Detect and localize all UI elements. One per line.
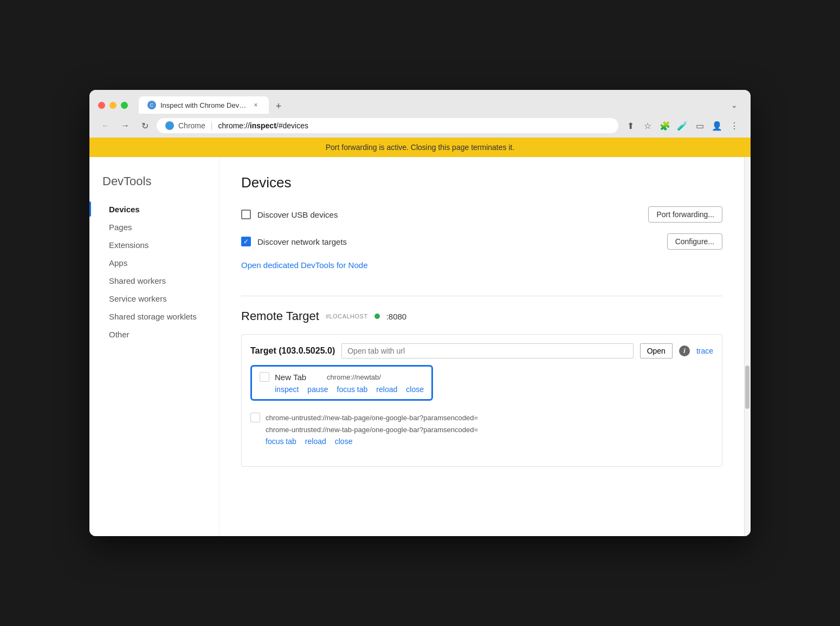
sidebar-item-other[interactable]: Other <box>102 327 206 342</box>
usb-option-label: Discover USB devices <box>257 210 642 219</box>
tab-title: Inspect with Chrome Develop… <box>160 101 247 109</box>
devtools-node-link[interactable]: Open dedicated DevTools for Node <box>241 260 367 270</box>
new-tab-reload-link[interactable]: reload <box>376 385 397 394</box>
forward-button[interactable]: → <box>118 118 133 133</box>
network-option-row: Discover network targets Configure... <box>241 233 722 250</box>
remote-target-header: Remote Target #LOCALHOST :8080 <box>241 309 722 323</box>
untrusted-tab-row1: chrome-untrusted://new-tab-page/one-goog… <box>250 413 713 422</box>
new-tab-pause-link[interactable]: pause <box>307 385 328 394</box>
minimize-traffic-light[interactable] <box>109 102 117 109</box>
untrusted-close-link[interactable]: close <box>335 437 353 446</box>
new-tab-row1: New Tab chrome://newtab/ <box>260 372 424 382</box>
new-tab-item: New Tab chrome://newtab/ inspect pause f… <box>250 365 433 401</box>
new-tab-close-link[interactable]: close <box>406 385 424 394</box>
new-tab-url: chrome://newtab/ <box>327 373 381 381</box>
extensions-icon[interactable]: 🧩 <box>657 118 673 133</box>
content-area: Devices Discover USB devices Port forwar… <box>219 157 744 536</box>
tab-chevron-icon[interactable]: ⌄ <box>727 99 742 112</box>
active-indicator <box>89 201 91 217</box>
target-name: Target (103.0.5025.0) <box>250 346 335 356</box>
sidebar-item-shared-workers[interactable]: Shared workers <box>102 273 206 289</box>
port-label: :8080 <box>386 312 407 321</box>
main-content: DevTools Devices Pages Extensions Apps S… <box>89 157 751 536</box>
open-tab-button[interactable]: Open <box>640 343 673 358</box>
localhost-label: #LOCALHOST <box>326 313 368 319</box>
sidebar: DevTools Devices Pages Extensions Apps S… <box>89 157 219 536</box>
scrollbar-thumb[interactable] <box>745 366 749 409</box>
section-divider <box>241 296 722 296</box>
status-dot-icon <box>374 314 380 319</box>
tabs-area: C Inspect with Chrome Develop… × + <box>139 96 720 114</box>
new-tab-actions: inspect pause focus tab reload close <box>275 385 424 394</box>
target-group-header: Target (103.0.5025.0) Open i trace <box>250 343 713 358</box>
sidebar-item-pages[interactable]: Pages <box>102 219 206 235</box>
untrusted-reload-link[interactable]: reload <box>305 437 326 446</box>
menu-icon[interactable]: ⋮ <box>727 118 742 133</box>
url-pipe: | <box>211 121 213 130</box>
cast-icon[interactable]: ▭ <box>692 118 707 133</box>
notification-bar: Port forwarding is active. Closing this … <box>89 138 751 157</box>
new-tab-name: New Tab <box>275 373 306 382</box>
share-icon[interactable]: ⬆ <box>623 118 638 133</box>
sidebar-item-devices[interactable]: Devices <box>102 201 206 217</box>
url-chrome-label: Chrome <box>178 121 205 130</box>
trace-link[interactable]: trace <box>696 347 713 355</box>
close-traffic-light[interactable] <box>98 102 105 109</box>
traffic-lights <box>98 102 128 109</box>
lab-icon[interactable]: 🧪 <box>675 118 690 133</box>
sidebar-item-shared-storage-worklets[interactable]: Shared storage worklets <box>102 309 206 324</box>
untrusted-tab-favicon-icon <box>250 413 260 422</box>
reload-button[interactable]: ↻ <box>137 118 152 133</box>
network-option-label: Discover network targets <box>257 237 661 246</box>
scrollbar-track <box>744 157 751 536</box>
remote-target-title: Remote Target <box>241 309 319 323</box>
url-bar[interactable]: 🌐 Chrome | chrome://inspect/#devices <box>157 118 618 133</box>
usb-option-row: Discover USB devices Port forwarding... <box>241 206 722 223</box>
new-tab-button[interactable]: + <box>271 99 286 114</box>
usb-checkbox[interactable] <box>241 210 251 219</box>
untrusted-tab-url2: chrome-untrusted://new-tab-page/one-goog… <box>266 426 713 434</box>
info-icon[interactable]: i <box>679 345 690 356</box>
untrusted-tab-item: chrome-untrusted://new-tab-page/one-goog… <box>250 407 713 451</box>
sidebar-item-extensions[interactable]: Extensions <box>102 237 206 253</box>
url-favicon-icon: 🌐 <box>165 121 174 130</box>
bookmark-icon[interactable]: ☆ <box>640 118 655 133</box>
browser-window: C Inspect with Chrome Develop… × + ⌄ ← →… <box>89 90 751 536</box>
tab-favicon-icon: C <box>147 101 156 109</box>
untrusted-tab-url1: chrome-untrusted://new-tab-page/one-goog… <box>266 414 478 422</box>
tab-close-button[interactable]: × <box>251 101 260 109</box>
new-tab-focus-link[interactable]: focus tab <box>337 385 368 394</box>
configure-button[interactable]: Configure... <box>667 233 722 250</box>
active-tab[interactable]: C Inspect with Chrome Develop… × <box>139 96 269 114</box>
port-forwarding-button[interactable]: Port forwarding... <box>648 206 722 223</box>
new-tab-favicon-icon <box>260 372 269 382</box>
toolbar-right: ⬆ ☆ 🧩 🧪 ▭ 👤 ⋮ <box>623 118 742 133</box>
back-button[interactable]: ← <box>98 118 113 133</box>
maximize-traffic-light[interactable] <box>121 102 128 109</box>
title-bar: C Inspect with Chrome Develop… × + ⌄ <box>89 90 751 114</box>
sidebar-item-apps[interactable]: Apps <box>102 255 206 271</box>
sidebar-item-service-workers[interactable]: Service workers <box>102 291 206 307</box>
sidebar-nav: Devices Pages Extensions Apps Shared wor… <box>102 201 206 342</box>
open-tab-url-input[interactable] <box>341 343 633 358</box>
target-group: Target (103.0.5025.0) Open i trace New T… <box>241 334 722 467</box>
page-title: Devices <box>241 174 722 191</box>
profile-icon[interactable]: 👤 <box>709 118 725 133</box>
untrusted-focus-link[interactable]: focus tab <box>266 437 296 446</box>
network-checkbox[interactable] <box>241 237 251 246</box>
url-text: chrome://inspect/#devices <box>218 121 308 130</box>
notification-text: Port forwarding is active. Closing this … <box>326 143 515 152</box>
untrusted-tab-actions: focus tab reload close <box>266 437 713 446</box>
sidebar-title: DevTools <box>102 174 206 188</box>
new-tab-inspect-link[interactable]: inspect <box>275 385 299 394</box>
address-bar: ← → ↻ 🌐 Chrome | chrome://inspect/#devic… <box>89 114 751 138</box>
